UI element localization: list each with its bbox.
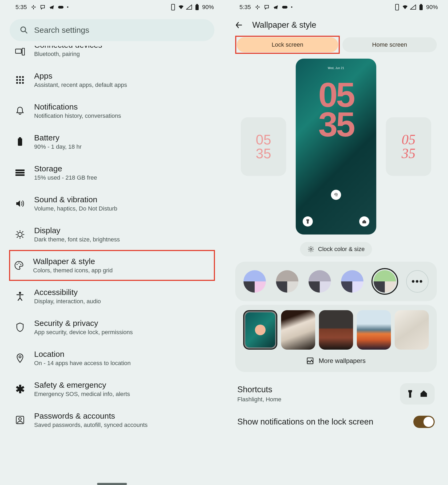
- search-input[interactable]: [34, 26, 204, 35]
- scroll-indicator: [97, 483, 127, 485]
- svg-rect-2: [33, 5, 34, 7]
- search-settings[interactable]: [10, 19, 214, 41]
- svg-rect-38: [282, 6, 287, 9]
- clock-color-size-button[interactable]: Clock color & size: [300, 242, 372, 256]
- color-option-4[interactable]: [341, 270, 363, 293]
- svg-rect-0: [31, 7, 33, 7]
- svg-point-18: [16, 82, 18, 84]
- back-button[interactable]: [235, 21, 243, 29]
- settings-item-passwords[interactable]: Passwords & accountsSaved passwords, aut…: [0, 405, 224, 435]
- settings-item-accessibility[interactable]: AccessibilityDisplay, interaction, audio: [0, 281, 224, 312]
- wallpaper-option-4[interactable]: [357, 310, 391, 350]
- item-sub: 90% - 1 day, 18 hr: [34, 143, 82, 150]
- color-option-1[interactable]: [243, 270, 266, 293]
- wallpaper-option-3[interactable]: [319, 310, 353, 350]
- shortcuts-title: Shortcuts: [237, 385, 281, 394]
- svg-point-30: [19, 292, 21, 294]
- svg-rect-5: [171, 4, 175, 10]
- home-shortcut-icon: [359, 216, 369, 227]
- svg-point-16: [19, 79, 21, 81]
- search-icon: [20, 26, 28, 34]
- signal-icon: [186, 4, 192, 10]
- settings-item-storage[interactable]: Storage15% used - 218 GB free: [0, 157, 224, 188]
- settings-list: Connected devices Bluetooth, pairing App…: [0, 43, 224, 437]
- wallpaper-option-2[interactable]: [281, 310, 315, 350]
- svg-point-29: [20, 264, 21, 265]
- wallpaper-icon: [306, 357, 314, 365]
- page-title: Wallpaper & style: [252, 20, 316, 30]
- color-option-5[interactable]: [374, 270, 396, 293]
- svg-point-13: [19, 76, 21, 78]
- more-colors-button[interactable]: •••: [406, 270, 429, 293]
- more-wallpapers-label: More wallpapers: [319, 357, 366, 365]
- clock-style-option-right[interactable]: 05 35: [386, 117, 431, 176]
- settings-item-wallpaper-style[interactable]: Wallpaper & styleColors, themed icons, a…: [9, 250, 215, 281]
- gear-icon: [307, 246, 314, 253]
- item-title: Battery: [34, 133, 82, 142]
- tab-row: Lock screen Home screen: [224, 32, 448, 59]
- item-title: Safety & emergency: [34, 381, 130, 390]
- notif-label: Show notifications on the lock screen: [237, 417, 373, 427]
- item-sub: Bluetooth, pairing: [34, 51, 102, 58]
- svg-rect-37: [257, 8, 258, 9]
- status-time: 5:35: [15, 4, 27, 11]
- settings-item-battery[interactable]: Battery90% - 1 day, 18 hr: [0, 126, 224, 157]
- color-option-3[interactable]: [309, 270, 331, 293]
- tab-lock-screen[interactable]: Lock screen: [237, 37, 338, 52]
- item-title: Passwords & accounts: [34, 411, 148, 421]
- page-header: Wallpaper & style: [224, 14, 448, 32]
- home-icon: [420, 390, 428, 398]
- palette-icon: [14, 260, 24, 270]
- clock-style-option-left[interactable]: 05 35: [241, 117, 286, 176]
- color-option-2[interactable]: [276, 270, 298, 293]
- slack-icon: [255, 4, 261, 10]
- svg-point-33: [19, 418, 21, 420]
- battery-percent: 90%: [426, 4, 438, 11]
- shortcuts-row[interactable]: Shortcuts Flashlight, Home: [224, 377, 448, 411]
- item-sub: 15% used - 218 GB free: [34, 174, 97, 181]
- settings-item-apps[interactable]: AppsAssistant, recent apps, default apps: [0, 64, 224, 95]
- clock-preview-row: 05 35 Wed, Jun 21 05 35 05 35: [224, 59, 448, 238]
- flashlight-icon: [407, 390, 413, 398]
- more-wallpapers-button[interactable]: More wallpapers: [241, 350, 431, 366]
- item-sub: Assistant, recent apps, default apps: [34, 82, 127, 88]
- item-title: Wallpaper & style: [33, 257, 113, 266]
- battery-full-icon: [15, 137, 25, 147]
- svg-rect-36: [257, 5, 258, 7]
- controller-icon: [282, 4, 288, 10]
- tab-home-screen[interactable]: Home screen: [342, 37, 437, 52]
- settings-item-location[interactable]: LocationOn - 14 apps have access to loca…: [0, 343, 224, 374]
- notifications-toggle[interactable]: [413, 416, 435, 428]
- item-sub: On - 14 apps have access to location: [34, 360, 131, 367]
- fingerprint-icon: [331, 190, 341, 200]
- settings-item-sound[interactable]: Sound & vibrationVolume, haptics, Do Not…: [0, 188, 224, 219]
- lock-screen-preview[interactable]: Wed, Jun 21 05 35: [296, 59, 376, 235]
- wallpaper-option-1[interactable]: [243, 310, 277, 350]
- svg-line-9: [25, 31, 27, 33]
- clock-digits: 35: [402, 147, 415, 160]
- more-dot-icon: •: [67, 5, 69, 10]
- svg-point-27: [17, 264, 18, 265]
- notifications-toggle-row[interactable]: Show notifications on the lock screen: [224, 411, 448, 432]
- item-sub: Dark theme, font size, brightness: [34, 236, 120, 243]
- svg-rect-39: [395, 4, 399, 10]
- svg-point-42: [310, 248, 312, 250]
- settings-item-safety[interactable]: ✱ Safety & emergencyEmergency SOS, medic…: [0, 374, 224, 405]
- status-time: 5:35: [239, 4, 251, 11]
- svg-rect-4: [58, 6, 63, 9]
- clock-digits: 05: [256, 133, 271, 147]
- item-sub: Volume, haptics, Do Not Disturb: [34, 205, 117, 212]
- settings-item-security[interactable]: Security & privacyApp security, device l…: [0, 312, 224, 343]
- svg-rect-35: [258, 7, 260, 7]
- svg-rect-3: [33, 8, 34, 9]
- svg-rect-21: [18, 138, 22, 146]
- settings-item-notifications[interactable]: NotificationsNotification history, conve…: [0, 95, 224, 126]
- clock-digits: 05: [402, 133, 415, 147]
- chat-icon: [264, 4, 270, 10]
- settings-item-connected-devices[interactable]: Connected devices Bluetooth, pairing: [0, 45, 224, 64]
- status-bar: 5:35 • 90%: [0, 0, 224, 14]
- svg-point-8: [21, 27, 26, 32]
- status-bar: 5:35 • 90%: [224, 0, 448, 14]
- settings-item-display[interactable]: DisplayDark theme, font size, brightness: [0, 219, 224, 250]
- wallpaper-option-5[interactable]: [395, 310, 429, 350]
